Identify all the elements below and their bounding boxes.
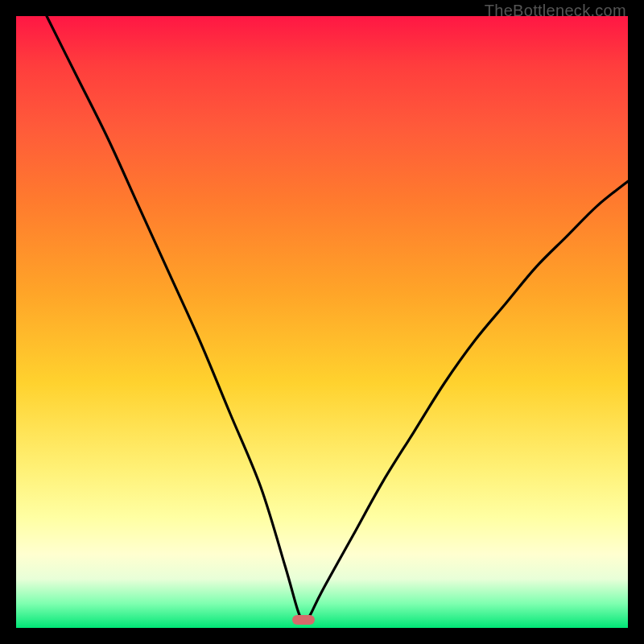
- min-marker: [292, 615, 315, 625]
- curve-svg: [16, 16, 628, 628]
- plot-area: [16, 16, 628, 628]
- bottleneck-curve-path: [47, 16, 628, 622]
- chart-frame: TheBottleneck.com: [0, 0, 644, 644]
